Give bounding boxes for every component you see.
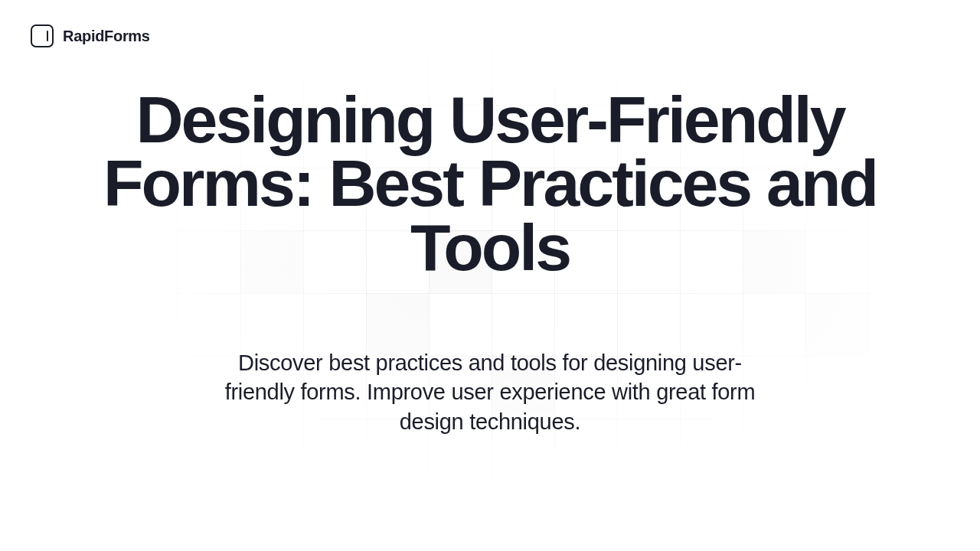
site-header: RapidForms	[31, 24, 150, 47]
page-subtitle: Discover best practices and tools for de…	[207, 348, 773, 436]
logo-icon[interactable]	[31, 24, 54, 47]
hero-content: Designing User-Friendly Forms: Best Prac…	[92, 88, 888, 436]
page-title: Designing User-Friendly Forms: Best Prac…	[92, 88, 888, 279]
logo-icon-bar	[47, 31, 48, 41]
brand-name[interactable]: RapidForms	[63, 28, 150, 45]
